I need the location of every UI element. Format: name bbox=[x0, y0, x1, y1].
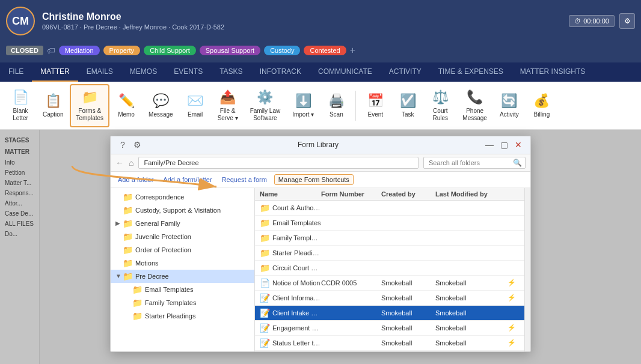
file-serve-label: File &Serve ▾ bbox=[218, 108, 238, 122]
tree-item-family-templates[interactable]: 📁 Family Templates bbox=[111, 296, 254, 309]
scan-button[interactable]: 🖨️ Scan bbox=[320, 84, 352, 127]
nav-tasks[interactable]: TASKS bbox=[211, 62, 251, 82]
folder-icon-family-templates: 📁 bbox=[132, 298, 143, 308]
email-button[interactable]: ✉️ Email bbox=[180, 84, 211, 127]
back-button[interactable]: ← bbox=[115, 158, 124, 168]
activity-button[interactable]: 🔄 Activity bbox=[494, 84, 525, 127]
billing-button[interactable]: 💰 Billing bbox=[526, 84, 557, 127]
modal-settings-button[interactable]: ⚙ bbox=[131, 140, 143, 150]
message-icon: 💬 bbox=[153, 93, 169, 109]
file-row[interactable]: 📝 Engagement Letter and... Smokeball Smo… bbox=[255, 321, 524, 336]
col-name: Name bbox=[260, 190, 321, 198]
task-button[interactable]: ☑️ Task bbox=[392, 84, 423, 127]
caption-label: Caption bbox=[43, 111, 63, 118]
memo-button[interactable]: ✏️ Memo bbox=[111, 84, 142, 127]
request-form-button[interactable]: Request a form bbox=[219, 175, 269, 184]
file-pane: Name Form Number Created by Last Modifie… bbox=[255, 188, 524, 351]
file-row[interactable]: 📁 Circuit Court of DuPage... bbox=[255, 261, 524, 276]
file-row[interactable]: 📁 Court & Authority Forms bbox=[255, 201, 524, 216]
tree-item-correspondence[interactable]: 📁 Correspondence bbox=[111, 190, 254, 204]
file-name-text: Family Templates bbox=[272, 234, 321, 241]
message-label: Message bbox=[149, 111, 173, 118]
forms-templates-button[interactable]: 📁 Forms &Templates bbox=[70, 84, 109, 127]
tag-mediation[interactable]: Mediation bbox=[59, 46, 100, 55]
tree-item-pre-decree[interactable]: ▼ 📁 Pre Decree bbox=[111, 270, 254, 283]
tag-contested[interactable]: Contested bbox=[304, 46, 346, 55]
file-row[interactable]: 📄 Financial Affidavit (Fami... DV-A 120.… bbox=[255, 351, 524, 351]
nav-memos[interactable]: MEMOS bbox=[121, 62, 165, 82]
folder-icon-order-protection: 📁 bbox=[123, 245, 133, 255]
col-created-by: Created by bbox=[381, 190, 435, 198]
modal-close-button[interactable]: ✕ bbox=[512, 140, 524, 150]
tree-item-general-family[interactable]: ▶ 📁 General Family bbox=[111, 217, 254, 230]
billing-label: Billing bbox=[534, 111, 550, 118]
file-row[interactable]: 📝 Client Information Sheet Smokeball Smo… bbox=[255, 291, 524, 306]
modal-header: ? ⚙ Form Library — ▢ ✕ bbox=[111, 136, 530, 154]
tree-item-order-protection[interactable]: 📁 Order of Protection bbox=[111, 243, 254, 256]
tag-spousal-support[interactable]: Spousal Support bbox=[200, 46, 260, 55]
import-icon: ⬇️ bbox=[295, 93, 311, 109]
add-tag-button[interactable]: + bbox=[350, 45, 355, 56]
client-name: Christine Monroe bbox=[42, 11, 569, 22]
nav-activity[interactable]: ACTIVITY bbox=[381, 62, 430, 82]
add-form-letter-button[interactable]: Add a form/letter bbox=[161, 175, 214, 184]
scrollbar[interactable] bbox=[524, 188, 530, 351]
tag-divider: 🏷 bbox=[47, 46, 55, 55]
file-name-text: Client Intake Form (Pre... bbox=[272, 309, 321, 317]
phone-message-icon: 📞 bbox=[467, 89, 483, 105]
nav-emails[interactable]: EMAILS bbox=[78, 62, 121, 82]
file-serve-button[interactable]: 📤 File &Serve ▾ bbox=[212, 84, 244, 127]
top-bar: CM Christine Monroe 096VL-0817 · Pre Dec… bbox=[0, 0, 641, 42]
file-row[interactable]: 📁 Starter Pleadings bbox=[255, 246, 524, 261]
message-button[interactable]: 💬 Message bbox=[143, 84, 179, 127]
tag-custody[interactable]: Custody bbox=[264, 46, 300, 55]
tree-item-starter-pleadings[interactable]: 📁 Starter Pleadings bbox=[111, 309, 254, 323]
folder-icon: 📁 bbox=[260, 263, 270, 273]
lightning-cell: ⚡ bbox=[508, 324, 520, 332]
file-name-cell: 📄 Notice of Motion bbox=[260, 278, 321, 288]
nav-time-expenses[interactable]: TIME & EXPENSES bbox=[430, 62, 512, 82]
nav-matter-insights[interactable]: MATTER INSIGHTS bbox=[512, 62, 593, 82]
nav-file[interactable]: FILE bbox=[0, 62, 32, 82]
modal-minimize-button[interactable]: — bbox=[483, 140, 495, 150]
scan-label: Scan bbox=[330, 111, 343, 118]
path-input[interactable] bbox=[138, 157, 419, 169]
tree-item-motions[interactable]: 📁 Motions bbox=[111, 256, 254, 270]
search-input[interactable] bbox=[423, 157, 526, 169]
created-by-cell: Smokeball bbox=[381, 339, 435, 347]
blank-letter-label: BlankLetter bbox=[13, 108, 28, 122]
tag-property[interactable]: Property bbox=[103, 46, 141, 55]
family-law-software-button[interactable]: ⚙️ Family LawSoftware bbox=[245, 84, 286, 127]
file-row[interactable]: 📁 Family Templates bbox=[255, 231, 524, 246]
file-row[interactable]: 📄 Notice of Motion CCDR 0005 Smokeball S… bbox=[255, 276, 524, 291]
folder-icon: 📁 bbox=[260, 203, 270, 213]
tag-child-support[interactable]: Child Support bbox=[144, 46, 196, 55]
col-modified-by: Last Modified by bbox=[435, 190, 508, 198]
nav-infotrack[interactable]: INFOTRACK bbox=[251, 62, 310, 82]
tree-item-juvenile[interactable]: 📁 Juvenile Protection bbox=[111, 230, 254, 243]
blank-letter-button[interactable]: 📄 BlankLetter bbox=[5, 84, 36, 127]
file-row[interactable]: 📝 Status Letter to Client Smokeball Smok… bbox=[255, 336, 524, 351]
event-button[interactable]: 📅 Event bbox=[360, 84, 391, 127]
tree-item-email-templates[interactable]: 📁 Email Templates bbox=[111, 283, 254, 296]
modal-maximize-button[interactable]: ▢ bbox=[498, 140, 510, 150]
home-button[interactable]: ⌂ bbox=[129, 158, 133, 168]
manage-form-shortcuts-button[interactable]: Manage Form Shortcuts bbox=[274, 174, 354, 185]
file-row[interactable]: 📁 Email Templates bbox=[255, 216, 524, 231]
modal-help-button[interactable]: ? bbox=[117, 140, 129, 150]
timer-button[interactable]: ⏱ 00:00:00 bbox=[569, 15, 615, 27]
court-rules-button[interactable]: ⚖️ CourtRules bbox=[425, 84, 456, 127]
nav-events[interactable]: EVENTS bbox=[165, 62, 211, 82]
nav-communicate[interactable]: COMMUNICATE bbox=[310, 62, 381, 82]
phone-message-button[interactable]: 📞 PhoneMessage bbox=[457, 84, 492, 127]
import-button[interactable]: ⬇️ Import ▾ bbox=[287, 84, 319, 127]
nav-matter[interactable]: MATTER bbox=[32, 62, 78, 82]
client-info: Christine Monroe 096VL-0817 · Pre Decree… bbox=[42, 11, 569, 31]
caption-icon: 📋 bbox=[45, 93, 61, 109]
add-folder-button[interactable]: Add a folder bbox=[115, 175, 156, 184]
caption-button[interactable]: 📋 Caption bbox=[37, 84, 69, 127]
tree-item-custody-support[interactable]: 📁 Custody, Support & Visitation bbox=[111, 204, 254, 217]
file-row-selected[interactable]: 📝 Client Intake Form (Pre... Smokeball S… bbox=[255, 306, 524, 321]
client-subtitle: 096VL-0817 · Pre Decree · Jeffrey Monroe… bbox=[42, 23, 569, 31]
settings-button[interactable]: ⚙ bbox=[619, 13, 635, 29]
